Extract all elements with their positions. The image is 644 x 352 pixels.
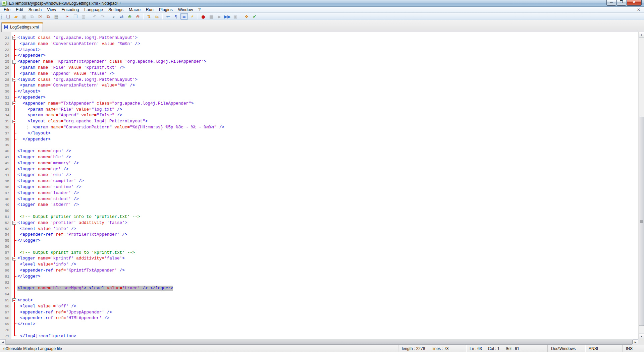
code-text[interactable]: <logger name='memory' /> <box>17 160 79 166</box>
line-number[interactable]: 27 <box>0 71 11 77</box>
line-number[interactable]: 48 <box>0 196 11 202</box>
line-number[interactable]: 34 <box>0 112 11 118</box>
code-text[interactable]: <logger name='ge' /> <box>17 166 68 172</box>
code-text[interactable]: </appender> <box>17 95 46 101</box>
fold-collapse-icon[interactable] <box>12 36 16 40</box>
code-line[interactable]: 28<layout class='org.apache.log4j.Patter… <box>0 77 638 83</box>
code-line[interactable]: 40<logger name='cpu' /> <box>0 148 638 154</box>
open-folder-icon[interactable]: ▰ <box>12 13 20 20</box>
menu-item-language[interactable]: Language <box>82 7 106 13</box>
line-number[interactable]: 56 <box>0 244 11 250</box>
line-number[interactable]: 44 <box>0 172 11 178</box>
toolbar-grip[interactable] <box>1 14 3 19</box>
code-line[interactable]: 42<logger name='memory' /> <box>0 160 638 166</box>
fold-collapse-icon[interactable] <box>12 120 16 123</box>
status-encoding[interactable]: ANSI <box>585 345 623 352</box>
line-number[interactable]: 38 <box>0 136 11 142</box>
title-bar[interactable]: E:\Temporary\jpcsp-windows-x86\LogSettin… <box>0 0 644 7</box>
line-number[interactable]: 67 <box>0 309 11 315</box>
show-all-characters-icon[interactable]: ¶ <box>172 13 180 20</box>
line-number[interactable]: 51 <box>0 214 11 220</box>
code-text[interactable]: </layout> <box>17 89 41 95</box>
horizontal-scrollbar-thumb[interactable] <box>6 340 633 345</box>
line-number[interactable]: 33 <box>0 107 11 113</box>
menu-item-macro[interactable]: Macro <box>126 7 143 13</box>
line-number[interactable]: 50 <box>0 208 11 214</box>
menu-item-settings[interactable]: Settings <box>106 7 126 13</box>
code-text[interactable]: <appender-ref ref='KprintfTxtAppender' /… <box>17 268 125 274</box>
code-line[interactable]: 62 <box>0 280 638 286</box>
sync-vertical-scroll-icon[interactable]: ⇅ <box>145 13 153 20</box>
code-text[interactable]: <logger name='loader' /> <box>17 190 79 196</box>
line-number[interactable]: 57 <box>0 250 11 256</box>
menu-item-search[interactable]: Search <box>26 7 45 13</box>
fold-collapse-icon[interactable] <box>12 298 16 302</box>
close-file-icon[interactable]: ☒ <box>37 13 44 20</box>
line-number[interactable]: 23 <box>0 47 11 53</box>
line-number[interactable]: 63 <box>0 285 11 291</box>
code-text[interactable]: </root> <box>17 321 35 327</box>
code-text[interactable]: <logger name='stdout' /> <box>17 196 79 202</box>
code-line[interactable]: 47<logger name='loader' /> <box>0 190 638 196</box>
line-number[interactable]: 37 <box>0 130 11 136</box>
code-text[interactable]: <appender name='KprintfTxtAppender' clas… <box>17 59 206 65</box>
code-line[interactable]: 53 <level value='info' /> <box>0 226 638 232</box>
code-text[interactable]: <level value='info' /> <box>17 226 76 232</box>
menubar-close-icon[interactable] <box>636 7 641 12</box>
line-number[interactable]: 25 <box>0 59 11 65</box>
line-number[interactable]: 22 <box>0 41 11 47</box>
line-number[interactable]: 61 <box>0 274 11 280</box>
fold-marker[interactable] <box>11 101 17 107</box>
code-text[interactable]: <appender-ref ref='HTMLAppender' /> <box>17 315 109 321</box>
line-number[interactable]: 29 <box>0 82 11 89</box>
code-area[interactable]: 21<layout class='org.apache.log4j.Patter… <box>0 35 638 339</box>
line-number[interactable]: 64 <box>0 291 11 297</box>
code-line[interactable]: 48<logger name='stdout' /> <box>0 196 638 202</box>
code-text[interactable]: </logger> <box>17 238 41 244</box>
code-line[interactable]: 36 <param name="ConversionPattern" value… <box>0 124 638 130</box>
line-number[interactable]: 65 <box>0 297 11 303</box>
code-text[interactable]: <level value='info' /> <box>17 261 76 268</box>
code-text[interactable]: <logger name='profiler' additivity='fals… <box>17 220 127 226</box>
line-number[interactable]: 71 <box>0 333 11 339</box>
code-line[interactable]: 43<logger name='ge' /> <box>0 166 638 172</box>
fold-collapse-icon[interactable] <box>12 102 16 105</box>
code-text[interactable]: <param name='File' value='kprintf.txt' /… <box>17 65 125 71</box>
line-number[interactable]: 54 <box>0 232 11 238</box>
run-macro-multiple-icon[interactable]: ▶▶ <box>224 13 231 20</box>
code-line[interactable]: 64 <box>0 291 638 297</box>
editor[interactable]: 21<layout class='org.apache.log4j.Patter… <box>0 32 638 339</box>
code-text[interactable]: </logger> <box>17 274 41 280</box>
code-line[interactable]: 68 <appender-ref ref='HTMLAppender' /> <box>0 315 638 321</box>
line-number[interactable]: 36 <box>0 124 11 130</box>
code-text[interactable]: <layout class='org.apache.log4j.PatternL… <box>17 77 138 83</box>
code-text[interactable]: <param name='ConversionPattern' value='%… <box>17 82 135 89</box>
line-number[interactable]: 28 <box>0 77 11 83</box>
horizontal-scrollbar[interactable] <box>0 339 638 345</box>
line-number[interactable]: 68 <box>0 315 11 321</box>
code-text[interactable]: <!-- Output Kprintf info to 'kprintf.txt… <box>17 250 135 256</box>
new-file-icon[interactable]: ❏ <box>4 13 12 20</box>
line-number[interactable]: 58 <box>0 255 11 261</box>
code-line[interactable]: 58<logger name='kprintf' additivity='fal… <box>0 255 638 261</box>
line-number[interactable]: 39 <box>0 142 11 148</box>
line-number[interactable]: 55 <box>0 238 11 244</box>
code-text[interactable]: <logger name='hle' /> <box>17 154 71 160</box>
line-number[interactable]: 62 <box>0 280 11 286</box>
line-number[interactable]: 42 <box>0 160 11 166</box>
minimize-button[interactable] <box>606 0 616 6</box>
code-text[interactable]: </layout> <box>17 130 51 136</box>
line-number[interactable]: 60 <box>0 268 11 274</box>
word-wrap-icon[interactable]: ↩ <box>164 13 172 20</box>
fold-collapse-icon[interactable] <box>12 257 16 260</box>
code-text[interactable]: <logger name='compiler' /> <box>17 178 84 184</box>
code-text[interactable]: <logger name='runtime' /> <box>17 184 81 190</box>
line-number[interactable]: 52 <box>0 220 11 226</box>
code-line[interactable]: 55</logger> <box>0 238 638 244</box>
code-text[interactable]: <appender-ref ref='ProfilerTxtAppender' … <box>17 232 127 238</box>
code-line[interactable]: 34 <param name="Append" value="false" /> <box>0 112 638 118</box>
code-line[interactable]: 61</logger> <box>0 274 638 280</box>
code-line[interactable]: 31</appender> <box>0 95 638 101</box>
fold-marker[interactable] <box>11 35 17 41</box>
code-line[interactable]: 54 <appender-ref ref='ProfilerTxtAppende… <box>0 232 638 238</box>
